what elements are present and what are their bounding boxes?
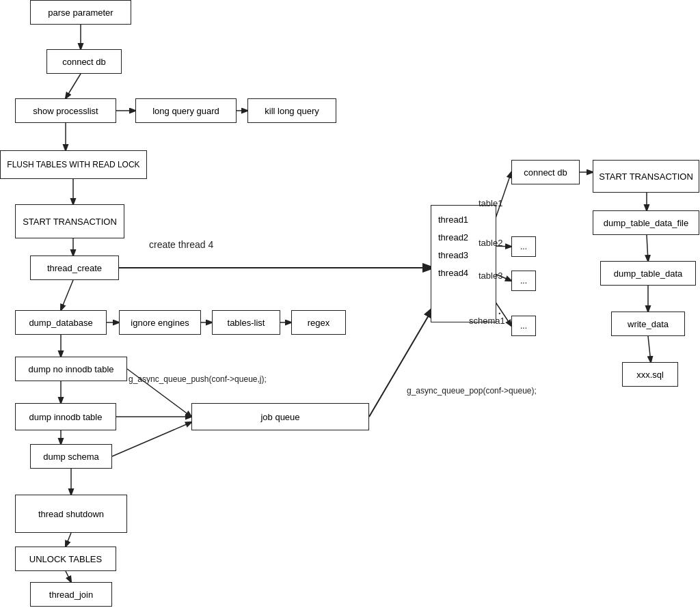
svg-line-1 <box>66 74 81 98</box>
long-query-guard-box: long query guard <box>135 98 237 123</box>
dump-no-innodb-box: dump no innodb table <box>15 357 127 381</box>
table2-label: table2 <box>479 238 502 248</box>
unlock-tables-box: UNLOCK TABLES <box>15 547 116 571</box>
thread-shutdown-box: thread shutdown <box>15 495 127 533</box>
dump-schema-box: dump schema <box>30 444 112 469</box>
table2-box: ... <box>511 236 536 257</box>
parse-parameter-box: parse parameter <box>30 0 131 25</box>
thread-join-box: thread_join <box>30 582 112 607</box>
dump-database-box: dump_database <box>15 310 107 335</box>
svg-line-24 <box>647 235 648 261</box>
thread-create-box: thread_create <box>30 255 119 280</box>
g-async-push-label: g_async_queue_push(conf->queue,j); <box>129 374 267 384</box>
svg-line-19 <box>112 422 191 456</box>
job-queue-box: job queue <box>191 403 369 430</box>
xxx-sql-box: xxx.sql <box>622 362 678 387</box>
connect-db-box: connect db <box>46 49 122 74</box>
thread3-label: thread3 <box>438 247 489 264</box>
table1-label: table1 <box>479 198 502 208</box>
svg-line-26 <box>648 336 651 362</box>
schema1-box: ... <box>511 316 536 336</box>
dump-innodb-box: dump innodb table <box>15 403 116 430</box>
show-processlist-box: show processlist <box>15 98 116 123</box>
thread1-label: thread1 <box>438 211 489 229</box>
flush-tables-box: FLUSH TABLES WITH READ LOCK <box>0 150 147 179</box>
kill-long-query-box: kill long query <box>247 98 336 123</box>
thread-group-box: thread1 thread2 thread3 thread4 <box>431 205 496 322</box>
dump-table-data-box: dump_table_data <box>600 261 696 286</box>
tables-list-box: tables-list <box>212 310 280 335</box>
schema1-label: schema1 <box>469 316 505 326</box>
write-data-box: write_data <box>611 312 685 336</box>
svg-line-7 <box>61 280 73 310</box>
svg-line-21 <box>369 307 433 417</box>
dump-table-data-file-box: dump_table_data_file <box>593 210 699 235</box>
connect-db-2-box: connect db <box>511 160 580 184</box>
svg-line-15 <box>66 533 71 547</box>
table3-label: table3 <box>479 271 502 281</box>
ignore-engines-box: ignore engines <box>119 310 201 335</box>
start-transaction-1-box: START TRANSACTION <box>15 204 124 238</box>
create-thread4-label: create thread 4 <box>149 239 213 250</box>
table3-box: ... <box>511 271 536 291</box>
start-transaction-2-box: START TRANSACTION <box>593 160 699 193</box>
svg-line-16 <box>66 571 71 582</box>
g-async-pop-label: g_async_queue_pop(conf->queue); <box>407 386 537 396</box>
regex-box: regex <box>291 310 346 335</box>
diagram: parse parameter connect db show processl… <box>0 0 700 608</box>
